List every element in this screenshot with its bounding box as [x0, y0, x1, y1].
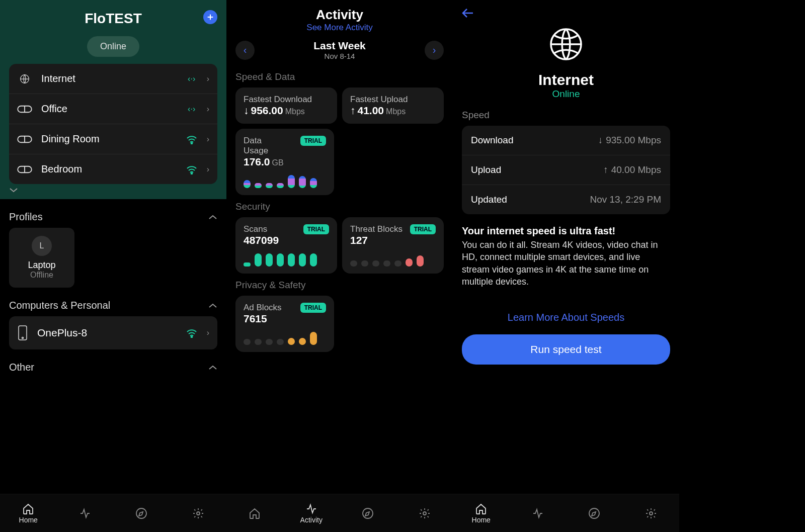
compass-icon — [135, 507, 147, 519]
stat-label: Data Usage — [244, 136, 279, 156]
internet-detail-screen: Internet Online Speed Download ↓935.00 M… — [453, 0, 679, 532]
fastest-upload-card[interactable]: Fastest Upload ↑41.00Mbps — [342, 87, 444, 124]
week-range: Last Week Nov 8-14 — [313, 40, 366, 60]
nav-activity[interactable]: Activity — [283, 494, 340, 532]
stat-value: 41.00 — [358, 105, 384, 117]
arrow-down-icon: ↓ — [598, 135, 603, 146]
nav-discover[interactable] — [340, 494, 396, 532]
bottom-nav: Home — [0, 494, 226, 532]
page-title: Internet — [453, 71, 679, 88]
next-week-button[interactable]: › — [425, 41, 444, 60]
network-icon: ‹·› — [186, 105, 198, 114]
device-card[interactable]: OnePlus-8 › — [9, 316, 217, 349]
download-row[interactable]: Download ↓935.00 Mbps — [462, 126, 670, 155]
profile-card[interactable]: L Laptop Offline — [9, 228, 74, 288]
section-label: Security — [235, 201, 444, 212]
back-button[interactable] — [453, 0, 679, 26]
activity-screen: Activity See More Activity ‹ Last Week N… — [226, 0, 453, 532]
profiles-header[interactable]: Profiles — [0, 199, 226, 228]
week-label: Last Week — [313, 40, 366, 52]
room-dining[interactable]: Dining Room › — [9, 124, 217, 154]
nav-home[interactable]: Home — [453, 494, 510, 532]
svg-point-18 — [650, 512, 653, 515]
threats-chart — [350, 252, 436, 267]
threats-card[interactable]: TRIAL Threat Blocks 127 — [342, 217, 444, 274]
activity-icon — [305, 503, 317, 515]
metric-value: 40.00 Mbps — [611, 164, 661, 175]
wifi-icon — [186, 134, 198, 144]
expand-rooms-button[interactable] — [9, 184, 217, 193]
chevron-right-icon: › — [207, 105, 209, 114]
upload-row[interactable]: Upload ↑40.00 Mbps — [462, 155, 670, 185]
scans-card[interactable]: TRIAL Scans 487099 — [235, 217, 337, 274]
nav-label: Home — [472, 516, 491, 524]
fastest-download-card[interactable]: Fastest Download ↓956.00Mbps — [235, 87, 337, 124]
svg-point-13 — [197, 512, 200, 515]
gear-icon — [419, 507, 431, 519]
nav-settings[interactable] — [623, 494, 680, 532]
home-icon — [249, 507, 261, 519]
nav-settings[interactable] — [170, 494, 227, 532]
arrow-left-icon — [462, 8, 474, 18]
section-label: Profiles — [9, 211, 43, 223]
data-usage-card[interactable]: TRIAL Data Usage 176.0GB — [235, 129, 334, 195]
chevron-right-icon: › — [207, 165, 209, 174]
stat-value: 956.00 — [251, 105, 283, 117]
metric-label: Download — [471, 135, 514, 146]
trial-badge: TRIAL — [300, 303, 326, 313]
room-label: Office — [41, 103, 177, 115]
nav-activity[interactable] — [510, 494, 567, 532]
activity-icon — [79, 507, 91, 519]
room-internet[interactable]: Internet ‹·› › — [9, 64, 217, 94]
section-label: Privacy & Safety — [235, 280, 444, 291]
metric-label: Updated — [471, 194, 507, 205]
room-bedroom[interactable]: Bedroom › — [9, 154, 217, 184]
nav-discover[interactable] — [113, 494, 170, 532]
learn-more-link[interactable]: Learn More About Speeds — [462, 312, 670, 323]
prev-week-button[interactable]: ‹ — [235, 41, 255, 60]
updated-row[interactable]: Updated Nov 13, 2:29 PM — [462, 185, 670, 214]
chevron-up-icon — [208, 303, 217, 309]
computers-header[interactable]: Computers & Personal — [0, 288, 226, 316]
home-icon — [22, 503, 34, 515]
nav-home[interactable] — [226, 494, 283, 532]
section-label: Computers & Personal — [9, 300, 110, 311]
stat-unit: Mbps — [285, 107, 305, 116]
nav-home[interactable]: Home — [0, 494, 57, 532]
nav-activity[interactable] — [57, 494, 114, 532]
node-icon — [17, 134, 32, 144]
room-office[interactable]: Office ‹·› › — [9, 94, 217, 124]
nav-settings[interactable] — [396, 494, 453, 532]
profile-status: Offline — [13, 271, 70, 280]
other-header[interactable]: Other — [0, 349, 226, 378]
network-title: FloTEST — [85, 11, 142, 27]
home-screen: FloTEST Online Internet ‹·› › Office ‹·›… — [0, 0, 226, 532]
profile-name: Laptop — [13, 260, 70, 271]
stat-label: Fastest Download — [244, 95, 329, 105]
wifi-icon — [186, 164, 198, 174]
data-usage-chart — [244, 174, 326, 188]
adblocks-card[interactable]: TRIAL Ad Blocks 7615 — [235, 296, 334, 352]
chevron-up-icon — [208, 214, 217, 220]
svg-point-12 — [136, 508, 146, 518]
arrow-down-icon: ↓ — [244, 105, 249, 117]
room-list: Internet ‹·› › Office ‹·› › Dining Room … — [9, 64, 217, 184]
stat-value: 127 — [350, 234, 368, 246]
chevron-left-icon: ‹ — [244, 44, 247, 56]
arrow-up-icon: ↑ — [350, 105, 356, 117]
compass-icon — [588, 507, 600, 519]
status-pill[interactable]: Online — [87, 36, 139, 57]
week-dates: Nov 8-14 — [313, 52, 366, 60]
trial-badge: TRIAL — [300, 136, 326, 146]
add-button[interactable] — [203, 10, 217, 24]
phone-icon — [17, 325, 28, 340]
see-more-link[interactable]: See More Activity — [226, 23, 453, 33]
metric-value: Nov 13, 2:29 PM — [590, 194, 661, 205]
avatar: L — [32, 236, 52, 256]
gear-icon — [645, 507, 657, 519]
scans-chart — [244, 252, 329, 267]
page-title: Activity — [226, 7, 453, 23]
run-speed-test-button[interactable]: Run speed test — [462, 334, 670, 365]
nav-discover[interactable] — [566, 494, 623, 532]
svg-point-8 — [191, 172, 192, 174]
